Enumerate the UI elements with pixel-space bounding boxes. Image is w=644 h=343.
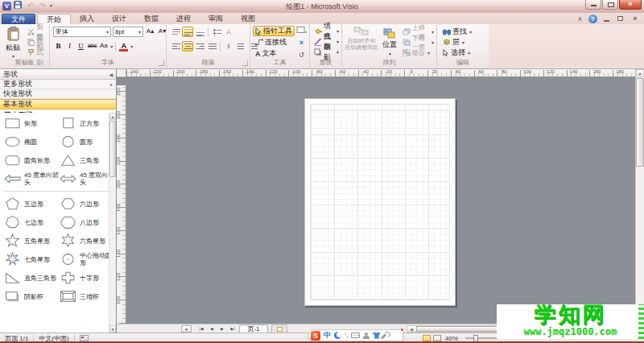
minimize-ribbon-icon[interactable]: ∧ — [575, 14, 585, 23]
tab-设计[interactable]: 设计 — [103, 14, 135, 24]
tab-file[interactable]: 文件 — [2, 14, 35, 24]
vertical-scrollbar[interactable]: ▲ ▼ — [635, 69, 644, 324]
shape-item-circle[interactable]: 圆形 — [60, 134, 109, 150]
drawing-viewport[interactable] — [126, 77, 635, 324]
zoom-slider[interactable] — [465, 337, 497, 339]
ime-keyboard-icon[interactable] — [351, 333, 360, 338]
select-button[interactable]: 选择 ▾ — [440, 48, 474, 58]
save-button[interactable] — [14, 1, 23, 10]
paragraph-dialog-launcher[interactable] — [242, 60, 248, 66]
ime-punctuation-icon[interactable]: ’, — [345, 332, 348, 339]
shape-item-hexagon[interactable]: 六边形 — [60, 196, 109, 212]
ime-account-icon[interactable] — [363, 333, 369, 339]
decrease-indent-button[interactable] — [235, 41, 246, 52]
help-icon[interactable]: ? — [588, 14, 597, 23]
close-button[interactable]: × — [619, 0, 642, 10]
qat-dropdown-icon[interactable]: ▾ — [50, 1, 52, 10]
connection-point-button[interactable]: × — [295, 38, 308, 48]
maximize-button[interactable] — [602, 0, 618, 10]
grow-font-button[interactable]: A▴ — [145, 27, 155, 37]
shape-item-triangle[interactable]: 三角形 — [60, 152, 109, 168]
vertical-ruler[interactable]: 280260240220200180160140120100 — [117, 85, 126, 324]
format-painter-button[interactable]: 格式刷 — [25, 48, 49, 58]
align-justify-button[interactable] — [206, 41, 217, 52]
align-bottom-button[interactable] — [194, 27, 205, 37]
normal-view-icon[interactable] — [423, 335, 431, 341]
shapes-scrollbar-thumb[interactable] — [109, 121, 116, 177]
shape-item-star6[interactable]: 六角星形 — [60, 233, 109, 249]
tab-数据[interactable]: 数据 — [135, 14, 167, 24]
collapse-panel-icon[interactable]: ◀ — [109, 72, 113, 77]
italic-button[interactable]: I — [64, 41, 75, 52]
font-size-select[interactable]: 8pt ▾ — [113, 27, 143, 37]
position-button[interactable]: 位置 ▾ — [381, 26, 398, 60]
align-middle-button[interactable] — [182, 27, 193, 37]
sogou-logo-icon[interactable]: S — [311, 331, 320, 341]
first-page-button[interactable]: |◀ — [196, 325, 206, 333]
ime-skin-icon[interactable] — [373, 333, 380, 339]
underline-button[interactable]: U — [76, 41, 86, 52]
doc-minimize-button[interactable] — [601, 14, 612, 23]
font-family-select[interactable]: 宋体 ▾ — [53, 27, 111, 37]
vscroll-up-icon[interactable]: ▲ — [636, 69, 644, 77]
font-dialog-launcher[interactable] — [159, 60, 164, 66]
strikethrough-button[interactable]: abc — [87, 41, 97, 52]
pages-dropdown-button[interactable]: ▼ — [181, 325, 192, 333]
text-rotate-button[interactable]: A — [223, 27, 234, 37]
paste-button[interactable]: 粘贴 ▾ — [2, 26, 23, 60]
undo-icon[interactable]: ↶ — [26, 1, 35, 10]
layers-button[interactable]: 层 ▾ — [440, 37, 474, 48]
shape-item-star7[interactable]: 七角星形 — [4, 251, 60, 267]
vertical-scrollbar-thumb[interactable] — [636, 78, 644, 167]
shape-item-star5[interactable]: 五角星形 — [4, 233, 60, 249]
page-tab[interactable]: 页-1 — [238, 324, 268, 333]
shape-item-cross[interactable]: 十字形 — [60, 270, 109, 286]
ime-chinese-mode-icon[interactable]: 中 — [324, 330, 331, 341]
scroll-up-icon[interactable]: ▲ — [109, 113, 116, 120]
send-backward-button[interactable]: 下移一层 ▾ — [400, 37, 436, 48]
ime-fullwidth-moon-icon[interactable] — [334, 332, 341, 339]
visio-logo-icon[interactable]: V — [2, 2, 11, 10]
group-button[interactable]: 组合 ▾ — [400, 48, 436, 58]
text-direction-button[interactable]: ⫴ — [223, 41, 234, 52]
font-color-button[interactable]: A — [118, 41, 129, 52]
align-center-button[interactable] — [182, 41, 193, 52]
rectangle-tool-button[interactable] — [295, 26, 308, 36]
scroll-down-icon[interactable]: ▼ — [109, 325, 116, 333]
redo-icon[interactable]: ↷ — [38, 1, 47, 10]
drawing-page[interactable] — [304, 98, 456, 306]
hscroll-left-icon[interactable]: ◀ — [407, 326, 415, 332]
shape-item-octagon[interactable]: 八边形 — [60, 214, 109, 230]
change-case-button[interactable]: Aa — [98, 41, 109, 52]
shape-item-arrow-double[interactable]: 45 度双向箭头 — [60, 171, 109, 187]
find-button[interactable]: 查找 ▾ — [440, 27, 474, 37]
doc-close-button[interactable]: × — [630, 14, 641, 23]
bold-button[interactable]: B — [53, 41, 64, 52]
tab-插入[interactable]: 插入 — [71, 14, 103, 24]
shadow-button[interactable]: 阴影 ▾ — [312, 47, 341, 57]
full-screen-view-icon[interactable] — [433, 335, 441, 341]
shape-item-right-triangle[interactable]: 直角三角形 — [4, 270, 60, 286]
horizontal-ruler[interactable]: -240-220-200-180-160-140-120-100-80-60-4… — [126, 69, 635, 77]
shape-item-ellipse[interactable]: 椭圆 — [4, 134, 60, 150]
align-right-button[interactable] — [194, 41, 205, 52]
shape-item-arrow-single[interactable]: 45 度单向箭头 — [4, 171, 60, 187]
next-page-button[interactable]: ▶ — [217, 325, 227, 333]
shapes-scrollbar[interactable]: ▲ ▼ — [109, 113, 116, 333]
shape-item-pentagon[interactable]: 五边形 — [4, 196, 60, 212]
auto-align-button[interactable]: 自动对齐和 自动调整间距 — [344, 27, 379, 51]
connector-tool-button[interactable]: 连接线 — [253, 37, 295, 48]
shape-item-rounded-rectangle[interactable]: 圆角矩形 — [4, 152, 60, 168]
shape-item-box-3d[interactable]: 三维框 — [60, 288, 109, 304]
bullets-button[interactable] — [211, 27, 222, 37]
tab-审阅[interactable]: 审阅 — [200, 14, 232, 24]
tab-进程[interactable]: 进程 — [167, 14, 200, 24]
shape-item-square[interactable]: 正方形 — [60, 115, 109, 131]
previous-page-button[interactable]: ◀ — [207, 325, 217, 333]
shape-item-shadow-box[interactable]: 阴影框 — [4, 288, 60, 304]
shape-item-rectangle[interactable]: 矩形 — [4, 115, 60, 131]
macro-icon[interactable] — [80, 335, 89, 341]
pointer-tool-button[interactable]: 指针工具 — [253, 26, 295, 36]
quick-shapes-item[interactable]: 快速形状 — [0, 89, 116, 99]
minimize-button[interactable] — [585, 0, 601, 10]
